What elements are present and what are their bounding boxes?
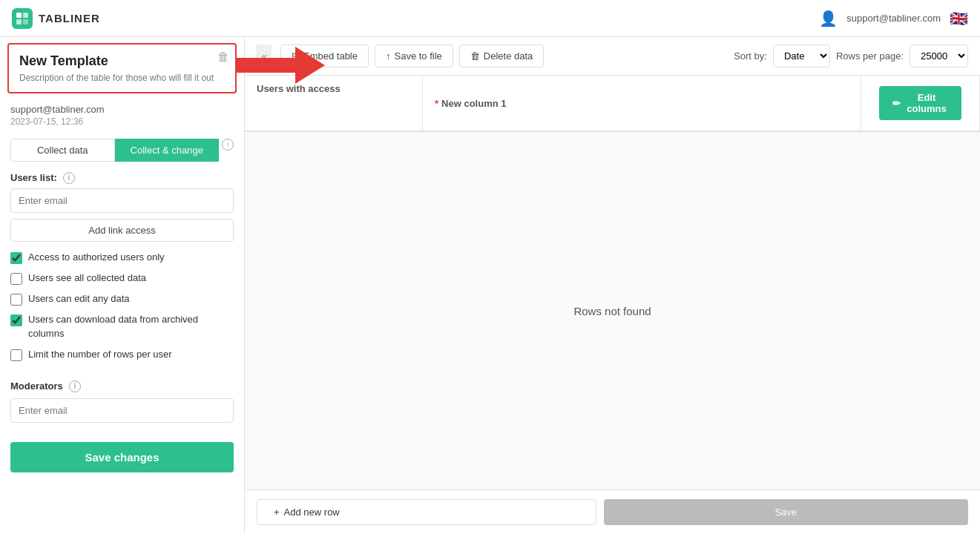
nav-user-email: support@tabliner.com — [846, 13, 941, 24]
save-changes-button[interactable]: Save changes — [10, 442, 234, 472]
template-title: New Template — [19, 53, 108, 68]
content-area: « ⊞ Embed table ↑ Save to file 🗑 Delete … — [245, 37, 980, 534]
template-description: Description of the table for those who w… — [19, 72, 225, 85]
rows-per-page-select[interactable]: 25000 100 500 1000 — [910, 44, 968, 67]
limit-rows-label: Limit the number of rows per user — [28, 348, 172, 361]
collapse-sidebar-button[interactable]: « — [257, 44, 272, 67]
user-icon: 👤 — [819, 10, 838, 27]
logo-area: TABLINER — [12, 8, 100, 29]
moderators-label: Moderators i — [10, 380, 234, 392]
main-layout: New Template Description of the table fo… — [0, 37, 980, 534]
collect-data-button[interactable]: Collect data — [10, 139, 115, 162]
users-list-label: Users list: i — [0, 169, 244, 188]
embed-icon: ⊞ — [292, 50, 300, 62]
edit-columns-cell: ✏ Edit columns — [861, 76, 980, 131]
collect-change-button[interactable]: Collect & change — [115, 139, 220, 162]
mode-info-icon[interactable]: i — [222, 139, 234, 151]
edit-any-data-label: Users can edit any data — [28, 292, 130, 306]
edit-icon: ✏ — [892, 98, 901, 109]
see-collected-data-checkbox[interactable] — [10, 273, 22, 285]
users-list-info-icon[interactable]: i — [63, 172, 75, 184]
add-link-access-button[interactable]: Add link access — [10, 219, 234, 242]
checkboxes-section: Access to authorized users only Users se… — [0, 251, 244, 376]
app-name: TABLINER — [39, 12, 100, 24]
download-archived-checkbox[interactable] — [10, 314, 22, 326]
language-flag[interactable]: 🇬🇧 — [950, 10, 968, 27]
delete-data-button[interactable]: 🗑 Delete data — [459, 44, 545, 67]
checkbox-row-3: Users can edit any data — [10, 292, 234, 306]
moderators-info-icon[interactable]: i — [69, 380, 81, 392]
embed-table-button[interactable]: ⊞ Embed table — [280, 44, 369, 67]
add-new-row-label: Add new row — [284, 507, 340, 518]
authorized-users-label: Access to authorized users only — [28, 251, 165, 264]
mode-buttons: Collect data Collect & change i — [10, 139, 234, 162]
required-star: * — [435, 98, 438, 109]
sort-by-select[interactable]: Date Name ID — [773, 44, 830, 67]
checkbox-row-2: Users see all collected data — [10, 271, 234, 285]
edit-any-data-checkbox[interactable] — [10, 294, 22, 306]
rows-per-page-label: Rows per page: — [836, 50, 904, 62]
top-navigation: TABLINER 👤 support@tabliner.com 🇬🇧 — [0, 0, 980, 37]
save-to-file-button[interactable]: ↑ Save to file — [375, 44, 453, 67]
delete-template-button[interactable]: 🗑 — [217, 50, 229, 64]
col-users-with-access: Users with access — [245, 76, 423, 131]
limit-rows-checkbox[interactable] — [10, 349, 22, 361]
checkbox-row-1: Access to authorized users only — [10, 251, 234, 264]
template-header: New Template Description of the table fo… — [7, 43, 237, 93]
col-new-column-1: * New column 1 — [423, 76, 861, 131]
sort-by-label: Sort by: — [734, 50, 767, 62]
users-email-input[interactable] — [10, 188, 234, 213]
plus-icon: + — [274, 507, 280, 518]
moderators-section: Moderators i — [0, 376, 244, 436]
svg-rect-3 — [23, 19, 28, 24]
upload-icon: ↑ — [386, 50, 391, 62]
download-archived-label: Users can download data from archived co… — [28, 313, 234, 340]
svg-rect-2 — [16, 19, 22, 24]
checkbox-row-5: Limit the number of rows per user — [10, 348, 234, 361]
see-collected-data-label: Users see all collected data — [28, 271, 146, 285]
logo-icon — [12, 8, 33, 29]
user-area: 👤 support@tabliner.com 🇬🇧 — [819, 10, 968, 27]
moderators-email-input[interactable] — [10, 398, 234, 423]
sidebar: New Template Description of the table fo… — [0, 37, 245, 534]
bottom-actions: + Add new row Save — [245, 490, 980, 534]
rows-not-found: Rows not found — [245, 132, 980, 490]
svg-rect-1 — [23, 13, 28, 18]
add-new-row-button[interactable]: + Add new row — [257, 499, 596, 525]
svg-rect-0 — [16, 13, 22, 18]
delete-icon: 🗑 — [470, 50, 480, 62]
checkbox-row-4: Users can download data from archived co… — [10, 313, 234, 340]
user-meta: support@tabliner.com 2023-07-15, 12:36 — [0, 99, 244, 134]
edit-columns-button[interactable]: ✏ Edit columns — [879, 86, 961, 120]
sidebar-user-email: support@tabliner.com — [10, 104, 234, 115]
table-header: Users with access * New column 1 ✏ Edit … — [245, 76, 980, 132]
save-table-button[interactable]: Save — [604, 499, 969, 525]
authorized-users-checkbox[interactable] — [10, 252, 22, 264]
toolbar: « ⊞ Embed table ↑ Save to file 🗑 Delete … — [245, 37, 980, 76]
sidebar-user-date: 2023-07-15, 12:36 — [10, 116, 234, 127]
